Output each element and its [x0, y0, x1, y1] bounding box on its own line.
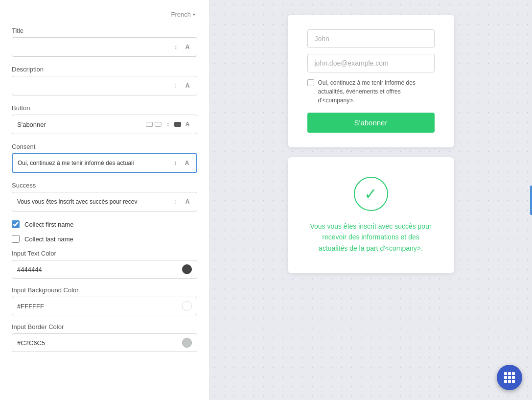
button-field-icons: ↕ A [146, 120, 192, 129]
subscribe-form-card: Oui, continuez à me tenir informé des ac… [288, 15, 454, 147]
input-bg-color-group: Input Background Color #FFFFFF [12, 286, 197, 315]
collect-last-name-group: Collect last name [12, 235, 197, 243]
button-field-wrapper: ↕ A [12, 115, 197, 134]
description-icons: ↕ A [171, 81, 192, 90]
title-label: Title [12, 27, 197, 34]
consent-group: Consent ↕ A [12, 143, 197, 173]
sort-icon-desc[interactable]: ↕ [171, 81, 180, 90]
input-text-color-wrapper[interactable]: #444444 [12, 260, 197, 279]
collect-last-name-label: Collect last name [24, 235, 73, 243]
consent-label: Consent [12, 143, 197, 150]
description-group: Description ↕ A [12, 66, 197, 95]
preview-email-input[interactable] [307, 54, 435, 72]
side-indicator [530, 186, 532, 215]
input-border-color-swatch[interactable] [182, 338, 192, 348]
input-text-color-value: #444444 [17, 266, 178, 273]
input-bg-color-label: Input Background Color [12, 286, 197, 294]
success-card: ✓ Vous vous êtes inscrit avec succès pou… [288, 157, 454, 273]
success-label: Success [12, 182, 197, 189]
collect-first-name-label: Collect first name [24, 221, 73, 228]
rect-sharp-icon[interactable] [146, 122, 153, 127]
preview-consent-checkbox[interactable] [307, 79, 314, 86]
consent-icons: ↕ A [171, 159, 191, 167]
input-border-color-wrapper[interactable]: #C2C6C5 [12, 333, 197, 352]
title-group: Title ↕ A [12, 27, 197, 57]
font-icon[interactable]: A [183, 43, 192, 51]
language-selector-wrapper: French ▾ [12, 10, 197, 19]
input-bg-color-wrapper[interactable]: #FFFFFF [12, 297, 197, 315]
success-input[interactable] [17, 198, 168, 205]
input-bg-color-value: #FFFFFF [17, 303, 178, 310]
collect-first-name-group: Collect first name [12, 220, 197, 228]
title-icons: ↕ A [171, 43, 192, 51]
input-text-color-swatch[interactable] [182, 264, 192, 274]
description-input[interactable] [17, 82, 168, 90]
input-text-color-group: Input Text Color #444444 [12, 250, 197, 279]
consent-input[interactable] [18, 160, 168, 166]
preview-consent-text: Oui, continuez à me tenir informé des ac… [318, 78, 435, 105]
language-label: French [171, 11, 191, 18]
preview-panel: Oui, continuez à me tenir informé des ac… [209, 0, 532, 400]
button-group: Button ↕ A [12, 104, 197, 134]
input-border-color-group: Input Border Color #C2C6C5 [12, 323, 197, 352]
success-icon-circle: ✓ [354, 177, 388, 211]
consent-input-wrapper: ↕ A [12, 153, 197, 173]
font-icon-desc[interactable]: A [183, 81, 192, 90]
title-input-wrapper: ↕ A [12, 37, 197, 57]
rect-rounded-icon[interactable] [155, 122, 162, 127]
title-input[interactable] [17, 44, 168, 51]
font-icon-btn[interactable]: A [183, 120, 192, 129]
input-text-color-label: Input Text Color [12, 250, 197, 257]
description-label: Description [12, 66, 197, 73]
collect-first-name-checkbox[interactable] [12, 220, 20, 228]
success-group: Success ↕ A [12, 182, 197, 212]
consent-row: Oui, continuez à me tenir informé des ac… [307, 78, 435, 105]
input-bg-color-swatch[interactable] [182, 301, 192, 311]
preview-subscribe-button[interactable]: S'abonner [307, 113, 435, 133]
fab-button[interactable] [497, 365, 522, 390]
sort-icon-btn[interactable]: ↕ [163, 120, 172, 129]
rect-filled-icon[interactable] [174, 122, 181, 127]
font-icon-success[interactable]: A [183, 197, 192, 206]
button-text-input[interactable] [17, 121, 146, 128]
preview-firstname-input[interactable] [307, 29, 435, 48]
sort-icon[interactable]: ↕ [171, 43, 180, 51]
success-input-wrapper: ↕ A [12, 192, 197, 212]
input-border-color-label: Input Border Color [12, 323, 197, 330]
sort-icon-consent[interactable]: ↕ [171, 159, 180, 167]
sort-icon-success[interactable]: ↕ [171, 197, 180, 206]
language-button[interactable]: French ▾ [169, 10, 197, 19]
success-icons: ↕ A [171, 197, 192, 206]
button-label: Button [12, 104, 197, 112]
input-border-color-value: #C2C6C5 [17, 339, 178, 347]
font-icon-consent[interactable]: A [183, 159, 191, 167]
chevron-down-icon: ▾ [193, 12, 195, 17]
fab-grid-icon [504, 372, 515, 383]
settings-panel: French ▾ Title ↕ A Description ↕ A Butto… [0, 0, 209, 400]
success-message: Vous vous êtes inscrit avec succès pour … [307, 221, 435, 254]
description-input-wrapper: ↕ A [12, 76, 197, 95]
checkmark-icon: ✓ [364, 186, 377, 202]
collect-last-name-checkbox[interactable] [12, 235, 20, 243]
